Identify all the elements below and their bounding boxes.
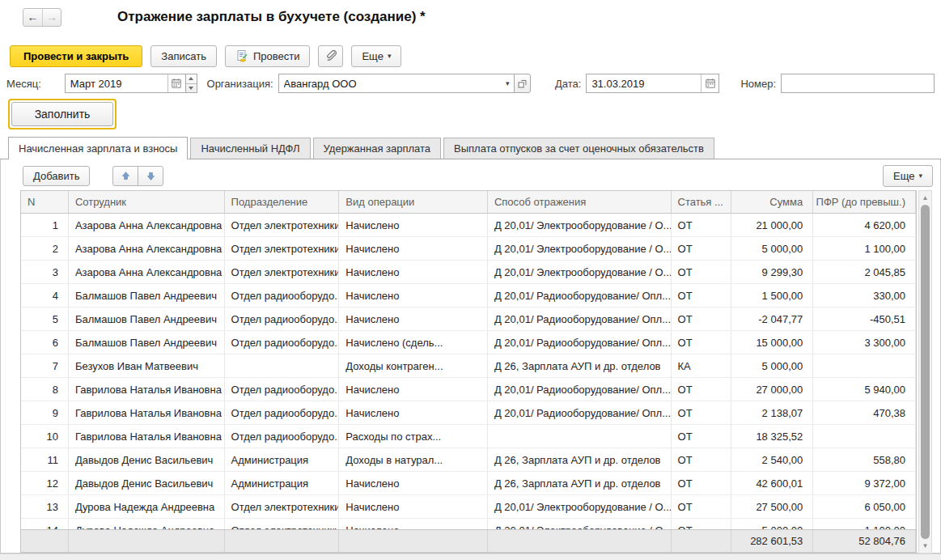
- cell-4[interactable]: Д 20,01/ Электрооборудование / О...: [488, 214, 672, 236]
- cell-0[interactable]: 8: [21, 378, 69, 401]
- cell-7[interactable]: 470,38: [813, 401, 916, 424]
- cell-6[interactable]: 21 000,00: [731, 214, 813, 236]
- cell-7[interactable]: [813, 354, 916, 377]
- cell-2[interactable]: Отдел радиооборудо...: [225, 401, 340, 424]
- forward-button[interactable]: →: [42, 9, 61, 26]
- cell-3[interactable]: Начислено: [339, 378, 488, 401]
- table-row[interactable]: 5Балмашов Павел АндреевичОтдел радиообор…: [21, 308, 916, 331]
- cell-1[interactable]: Гаврилова Наталья Ивановна: [69, 378, 225, 401]
- cell-6[interactable]: -2 047,77: [731, 308, 813, 330]
- cell-1[interactable]: Азарова Анна Александровна: [69, 214, 225, 236]
- toolbar-more-button[interactable]: Еще▾: [351, 45, 401, 67]
- table-row[interactable]: 3Азарова Анна АлександровнаОтдел электро…: [21, 261, 916, 284]
- cell-3[interactable]: Начислено: [339, 284, 488, 307]
- move-down-button[interactable]: [138, 166, 163, 186]
- cell-4[interactable]: Д 20,01/ Электрооборудование / О...: [488, 495, 672, 518]
- cell-2[interactable]: Администрация: [225, 472, 340, 494]
- cell-1[interactable]: Гаврилова Наталья Ивановна: [69, 425, 225, 448]
- table-row[interactable]: 9Гаврилова Наталья ИвановнаОтдел радиооб…: [21, 401, 916, 425]
- month-calendar-button[interactable]: [167, 74, 185, 92]
- cell-1[interactable]: Дурова Надежда Андреевна: [69, 519, 225, 529]
- cell-0[interactable]: 12: [21, 472, 69, 494]
- cell-4[interactable]: Д 20,01/ Радиооборудование/ Опл...: [488, 378, 672, 401]
- cell-1[interactable]: Безухов Иван Матвеевич: [69, 354, 225, 377]
- cell-2[interactable]: Отдел радиооборудо...: [225, 308, 340, 330]
- cell-6[interactable]: 5 000,00: [731, 237, 813, 260]
- number-input[interactable]: [782, 74, 934, 92]
- cell-5[interactable]: ОТ: [672, 308, 732, 330]
- cell-4[interactable]: Д 20,01/ Радиооборудование/ Опл...: [488, 284, 672, 307]
- save-button[interactable]: Записать: [150, 45, 217, 67]
- cell-1[interactable]: Азарова Анна Александровна: [69, 261, 225, 283]
- cell-3[interactable]: Начислено: [339, 495, 488, 518]
- cell-2[interactable]: Отдел радиооборудо...: [225, 425, 340, 448]
- cell-3[interactable]: Начислено (сдель...: [339, 331, 488, 354]
- month-input[interactable]: [66, 74, 167, 92]
- cell-6[interactable]: 1 500,00: [731, 284, 813, 307]
- cell-0[interactable]: 6: [21, 331, 69, 354]
- cell-4[interactable]: Д 26, Зарплата АУП и др. отделов: [488, 448, 672, 471]
- cell-5[interactable]: ОТ: [672, 401, 732, 424]
- cell-0[interactable]: 7: [21, 354, 69, 377]
- cell-3[interactable]: Начислено: [339, 308, 488, 330]
- cell-2[interactable]: Отдел электротехники: [225, 495, 340, 518]
- cell-4[interactable]: Д 20,01/ Радиооборудование/ Опл...: [488, 308, 672, 330]
- cell-5[interactable]: ОТ: [672, 214, 732, 236]
- table-row[interactable]: 1Азарова Анна АлександровнаОтдел электро…: [21, 214, 916, 237]
- organization-input[interactable]: [279, 74, 498, 92]
- cell-0[interactable]: 4: [21, 284, 69, 307]
- cell-5[interactable]: ОТ: [672, 472, 732, 494]
- cell-0[interactable]: 2: [21, 237, 69, 260]
- cell-4[interactable]: Д 20,01/ Электрооборудование / О...: [488, 519, 672, 529]
- cell-2[interactable]: Отдел электротехники: [225, 237, 340, 260]
- cell-5[interactable]: ОТ: [672, 331, 732, 354]
- cell-5[interactable]: ОТ: [672, 495, 732, 518]
- cell-2[interactable]: Отдел электротехники: [225, 261, 340, 283]
- cell-3[interactable]: Начислено: [339, 401, 488, 424]
- cell-0[interactable]: 1: [21, 214, 69, 236]
- cell-4[interactable]: Д 20,01/ Электрооборудование / О...: [488, 261, 672, 283]
- cell-4[interactable]: Д 26, Зарплата АУП и др. отделов: [488, 354, 672, 377]
- cell-6[interactable]: 15 000,00: [731, 331, 813, 354]
- cell-6[interactable]: 42 600,01: [731, 472, 813, 494]
- table-row[interactable]: 4Балмашов Павел АндреевичОтдел радиообор…: [21, 284, 916, 308]
- cell-1[interactable]: Давыдов Денис Васильевич: [69, 472, 225, 494]
- cell-3[interactable]: Начислено: [339, 237, 488, 260]
- cell-1[interactable]: Балмашов Павел Андреевич: [69, 331, 225, 354]
- add-row-button[interactable]: Добавить: [23, 166, 90, 186]
- cell-6[interactable]: 2 138,07: [731, 401, 813, 424]
- cell-1[interactable]: Азарова Анна Александровна: [69, 237, 225, 260]
- cell-0[interactable]: 14: [21, 519, 69, 529]
- cell-5[interactable]: КА: [672, 354, 732, 377]
- cell-5[interactable]: ОТ: [672, 284, 732, 307]
- cell-5[interactable]: ОТ: [672, 519, 732, 529]
- organization-dropdown-button[interactable]: ▾: [498, 74, 514, 92]
- month-spinner-up[interactable]: [186, 74, 197, 84]
- cell-7[interactable]: 2 045,85: [813, 261, 916, 283]
- move-up-button[interactable]: [112, 166, 138, 186]
- organization-open-button[interactable]: [514, 74, 531, 93]
- cell-1[interactable]: Балмашов Павел Андреевич: [69, 308, 225, 330]
- cell-5[interactable]: ОТ: [672, 448, 732, 471]
- cell-3[interactable]: Начислено: [339, 472, 488, 494]
- vertical-scrollbar[interactable]: ▲ ▼: [918, 190, 932, 554]
- tab-1[interactable]: Начисленный НДФЛ: [190, 138, 310, 159]
- cell-2[interactable]: Отдел радиооборудо...: [225, 378, 340, 401]
- cell-0[interactable]: 3: [21, 261, 69, 283]
- cell-0[interactable]: 9: [21, 401, 69, 424]
- cell-3[interactable]: Начислено: [339, 519, 488, 529]
- cell-1[interactable]: Гаврилова Наталья Ивановна: [69, 401, 225, 424]
- table-row[interactable]: 14Дурова Надежда АндреевнаОтдел электрот…: [21, 519, 916, 529]
- post-button[interactable]: Провести: [225, 45, 311, 67]
- cell-7[interactable]: 558,80: [813, 448, 916, 471]
- back-button[interactable]: ←: [23, 9, 42, 26]
- cell-3[interactable]: Доходы в натурал...: [339, 448, 488, 471]
- cell-7[interactable]: 1 100,00: [813, 237, 916, 260]
- cell-1[interactable]: Давыдов Денис Васильевич: [69, 448, 225, 471]
- attachments-button[interactable]: [318, 45, 343, 67]
- cell-7[interactable]: [813, 425, 916, 448]
- cell-7[interactable]: 9 372,00: [813, 472, 916, 494]
- cell-6[interactable]: 2 540,00: [731, 448, 813, 471]
- cell-5[interactable]: ОТ: [672, 237, 732, 260]
- cell-7[interactable]: 6 050,00: [813, 495, 916, 518]
